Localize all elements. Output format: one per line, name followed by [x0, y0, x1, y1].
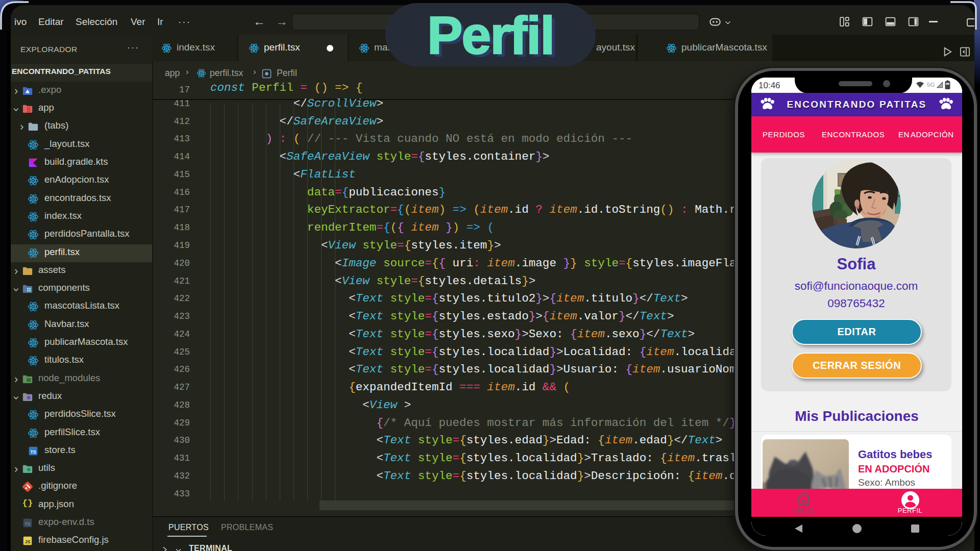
svg-text:JS: JS: [24, 539, 30, 544]
svg-text:TS: TS: [30, 449, 36, 454]
svg-text:TS: TS: [24, 521, 30, 527]
